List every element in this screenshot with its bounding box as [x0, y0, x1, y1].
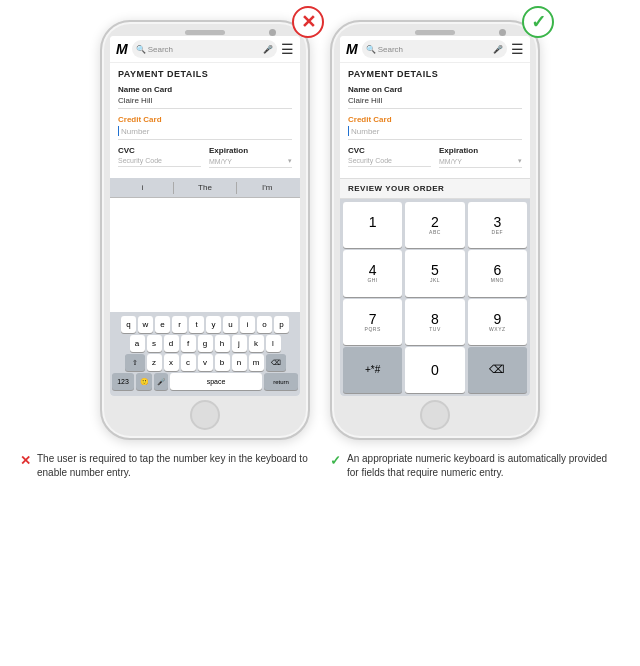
bad-phone-screen: M 🔍 Search 🎤 ☰ PAYMENT DETAILS Name on C… [110, 36, 300, 396]
cvc-exp-row-bad: CVC Security Code Expiration MM/YY ▾ [118, 146, 292, 168]
review-banner-good: REVIEW YOUR ORDER [340, 178, 530, 199]
key-o-bad[interactable]: o [257, 316, 272, 333]
search-bar-bad[interactable]: 🔍 Search 🎤 [132, 40, 277, 58]
key-6-main: 6 [493, 263, 501, 277]
key-delete-bad[interactable]: ⌫ [266, 354, 286, 371]
review-title-good: REVIEW YOUR ORDER [348, 184, 522, 193]
key-w-bad[interactable]: w [138, 316, 153, 333]
key-m-bad[interactable]: m [249, 354, 264, 371]
key-1[interactable]: 1 [343, 202, 402, 248]
key-shift-bad[interactable]: ⇧ [125, 354, 145, 371]
card-number-input-good[interactable]: Number [348, 126, 522, 140]
card-number-input-bad[interactable]: Number [118, 126, 292, 140]
key-123-bad[interactable]: 123 [112, 373, 134, 390]
bad-icon: ✕ [301, 11, 316, 33]
key-space-bad[interactable]: space [170, 373, 262, 390]
name-value-good: Claire Hill [348, 96, 522, 109]
key-6[interactable]: 6 MNO [468, 250, 527, 296]
divider-1-bad [173, 182, 174, 194]
key-emoji-bad[interactable]: 🙂 [136, 373, 152, 390]
key-2[interactable]: 2 ABC [405, 202, 464, 248]
key-j-bad[interactable]: j [232, 335, 247, 352]
key-mic-bad[interactable]: 🎤 [154, 373, 168, 390]
cvc-label-good: CVC [348, 146, 431, 155]
key-c-bad[interactable]: c [181, 354, 196, 371]
key-0-main: 0 [431, 363, 439, 377]
alpha-keyboard-bad[interactable]: q w e r t y u i o p a s d [110, 312, 300, 396]
key-k-bad[interactable]: k [249, 335, 264, 352]
key-q-bad[interactable]: q [121, 316, 136, 333]
menu-icon-good[interactable]: ☰ [511, 41, 524, 57]
good-caption-text: An appropriate numeric keyboard is autom… [347, 452, 620, 480]
key-u-bad[interactable]: u [223, 316, 238, 333]
cvc-input-bad[interactable]: Security Code [118, 157, 201, 167]
key-a-bad[interactable]: a [130, 335, 145, 352]
key-return-bad[interactable]: return [264, 373, 298, 390]
cvc-placeholder-bad: Security Code [118, 157, 162, 164]
key-b-bad[interactable]: b [215, 354, 230, 371]
suggestion-1-bad[interactable]: i [114, 181, 171, 194]
exp-input-good[interactable]: MM/YY ▾ [439, 157, 522, 168]
key-1-sub [372, 229, 374, 235]
card-label-good: Credit Card [348, 115, 522, 124]
exp-input-bad[interactable]: MM/YY ▾ [209, 157, 292, 168]
key-4[interactable]: 4 GHI [343, 250, 402, 296]
key-delete-icon: ⌫ [489, 364, 505, 375]
key-z-bad[interactable]: z [147, 354, 162, 371]
phone-bottom-good [420, 400, 450, 430]
key-row-1-bad: q w e r t y u i o p [112, 316, 298, 333]
suggestion-2-bad[interactable]: The [176, 181, 233, 194]
key-x-bad[interactable]: x [164, 354, 179, 371]
cvc-field-bad: CVC Security Code [118, 146, 201, 168]
key-g-bad[interactable]: g [198, 335, 213, 352]
key-7[interactable]: 7 PQRS [343, 299, 402, 345]
divider-2-bad [236, 182, 237, 194]
key-y-bad[interactable]: y [206, 316, 221, 333]
number-placeholder-good: Number [351, 127, 379, 136]
good-phone-container: ✓ M 🔍 Search 🎤 ☰ [330, 20, 540, 440]
good-caption-icon: ✓ [330, 453, 341, 468]
key-5[interactable]: 5 JKL [405, 250, 464, 296]
key-l-bad[interactable]: l [266, 335, 281, 352]
key-8-main: 8 [431, 312, 439, 326]
menu-icon-bad[interactable]: ☰ [281, 41, 294, 57]
bad-badge: ✕ [292, 6, 324, 38]
key-f-bad[interactable]: f [181, 335, 196, 352]
home-button-good[interactable] [420, 400, 450, 430]
key-0[interactable]: 0 [405, 347, 464, 393]
key-e-bad[interactable]: e [155, 316, 170, 333]
key-s-bad[interactable]: s [147, 335, 162, 352]
section-title-good: PAYMENT DETAILS [348, 69, 522, 79]
key-3[interactable]: 3 DEF [468, 202, 527, 248]
search-icon-good: 🔍 [366, 45, 376, 54]
key-special[interactable]: +*# [343, 347, 402, 393]
num-row-2: 4 GHI 5 JKL 6 MNO [343, 250, 527, 296]
key-h-bad[interactable]: h [215, 335, 230, 352]
num-row-4: +*# 0 ⌫ [343, 347, 527, 393]
key-v-bad[interactable]: v [198, 354, 213, 371]
search-bar-good[interactable]: 🔍 Search 🎤 [362, 40, 507, 58]
key-delete-good[interactable]: ⌫ [468, 347, 527, 393]
key-9[interactable]: 9 WXYZ [468, 299, 527, 345]
cvc-field-good: CVC Security Code [348, 146, 431, 168]
phone-bottom-bad [190, 400, 220, 430]
suggestion-3-bad[interactable]: I'm [239, 181, 296, 194]
home-button-bad[interactable] [190, 400, 220, 430]
numeric-keyboard-good[interactable]: 1 2 ABC 3 DEF [340, 199, 530, 396]
cvc-input-good[interactable]: Security Code [348, 157, 431, 167]
key-4-sub: GHI [367, 277, 377, 283]
key-8-sub: TUV [429, 326, 441, 332]
key-t-bad[interactable]: t [189, 316, 204, 333]
key-p-bad[interactable]: p [274, 316, 289, 333]
key-i-bad[interactable]: i [240, 316, 255, 333]
exp-placeholder-bad: MM/YY [209, 158, 232, 165]
key-n-bad[interactable]: n [232, 354, 247, 371]
key-8[interactable]: 8 TUV [405, 299, 464, 345]
key-r-bad[interactable]: r [172, 316, 187, 333]
search-icon-bad: 🔍 [136, 45, 146, 54]
key-3-sub: DEF [492, 229, 504, 235]
key-2-sub: ABC [429, 229, 441, 235]
card-label-bad: Credit Card [118, 115, 292, 124]
key-d-bad[interactable]: d [164, 335, 179, 352]
good-icon: ✓ [531, 11, 546, 33]
